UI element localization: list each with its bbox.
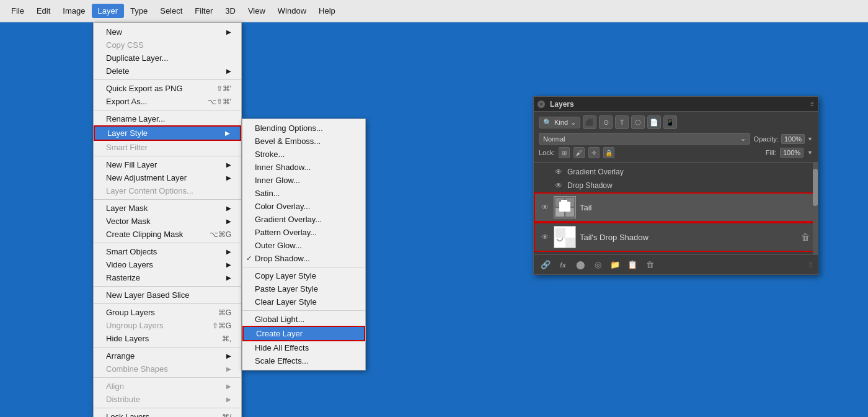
- menu-row-video-layers[interactable]: Video Layers ▶: [94, 258, 241, 271]
- menu-row-scale-effects[interactable]: Scale Effects...: [242, 354, 365, 367]
- menu-row-vector-mask[interactable]: Vector Mask ▶: [94, 215, 241, 228]
- eye-icon-tail[interactable]: 👁: [540, 202, 550, 212]
- filter-icon-shape[interactable]: ⬡: [631, 115, 645, 129]
- blend-mode-arrow-icon: ⌄: [740, 135, 746, 143]
- new-layer-mask-icon[interactable]: ◎: [591, 258, 604, 272]
- menu-row-clipping-mask[interactable]: Create Clipping Mask ⌥⌘G: [94, 228, 241, 241]
- opacity-value[interactable]: 100%: [781, 134, 805, 144]
- delete-layer-icon[interactable]: 🗑: [799, 231, 812, 243]
- menu-3d[interactable]: 3D: [219, 4, 242, 18]
- lock-brush-icon[interactable]: 🖌: [574, 147, 585, 158]
- blend-mode-select[interactable]: Normal ⌄: [539, 133, 750, 145]
- menu-row-clear-layer-style[interactable]: Clear Layer Style: [242, 295, 365, 308]
- layer-row-tail[interactable]: 👁 Tail: [534, 192, 818, 222]
- menu-row-color-overlay[interactable]: Color Overlay...: [242, 200, 365, 213]
- menu-row-layer-style[interactable]: Layer Style ▶: [94, 125, 241, 141]
- menu-row-blending-options[interactable]: Blending Options...: [242, 122, 365, 135]
- separator: [94, 243, 241, 243]
- menu-row-layer-mask[interactable]: Layer Mask ▶: [94, 202, 241, 215]
- menu-layer[interactable]: Layer: [92, 4, 125, 18]
- menu-help[interactable]: Help: [312, 4, 342, 18]
- arrow-icon: ▶: [226, 68, 231, 74]
- menu-row-gradient-overlay[interactable]: Gradient Overlay...: [242, 213, 365, 226]
- filter-icon-pixel[interactable]: ⬛: [583, 115, 596, 129]
- arrow-icon: ▶: [225, 130, 230, 137]
- new-layer-icon[interactable]: 📋: [626, 258, 639, 272]
- menu-row-drop-shadow[interactable]: ✓ Drop Shadow...: [242, 252, 365, 265]
- opacity-row: Opacity: 100% ▼: [754, 134, 813, 144]
- menu-row-create-layer[interactable]: Create Layer: [242, 326, 365, 341]
- menu-view[interactable]: View: [242, 4, 272, 18]
- menu-row-bevel-emboss[interactable]: Bevel & Emboss...: [242, 135, 365, 148]
- close-button[interactable]: ✕: [538, 101, 545, 108]
- menu-row-hide-layers[interactable]: Hide Layers ⌘,: [94, 332, 241, 345]
- new-fill-adjustment-icon[interactable]: ⬤: [574, 258, 587, 272]
- menu-row-smart-objects[interactable]: Smart Objects ▶: [94, 245, 241, 258]
- layers-footer: 🔗 fx ⬤ ◎ 📁 📋 🗑 ⣿: [534, 254, 818, 274]
- lock-checkerboard-icon[interactable]: ⊞: [559, 147, 570, 158]
- arrow-icon: ▶: [226, 205, 231, 212]
- filter-icon-adjust[interactable]: ⊙: [599, 115, 613, 129]
- filter-icon-type[interactable]: T: [615, 115, 629, 129]
- menu-row-pattern-overlay[interactable]: Pattern Overlay...: [242, 226, 365, 239]
- menu-row-paste-layer-style[interactable]: Paste Layer Style: [242, 282, 365, 295]
- menu-filter[interactable]: Filter: [188, 4, 219, 18]
- lock-padlock-icon[interactable]: 🔒: [603, 147, 614, 158]
- menu-select[interactable]: Select: [154, 4, 188, 18]
- menu-row-lock-layers[interactable]: Lock Layers... ⌘/: [94, 410, 241, 417]
- menu-type[interactable]: Type: [124, 4, 154, 18]
- menu-row-duplicate[interactable]: Duplicate Layer...: [94, 52, 241, 65]
- filter-icon-smart[interactable]: 📄: [647, 115, 661, 129]
- menu-file[interactable]: File: [5, 4, 30, 18]
- fx-icon[interactable]: fx: [556, 258, 570, 272]
- lock-row: Lock: ⊞ 🖌 ✛ 🔒 Fill: 100% ▼: [539, 147, 813, 158]
- collapse-icon[interactable]: ≡: [810, 101, 814, 107]
- filter-icon-phone[interactable]: 📱: [663, 115, 677, 129]
- menu-row-rename[interactable]: Rename Layer...: [94, 112, 241, 125]
- arrow-icon: ▶: [226, 248, 231, 255]
- menu-row-new-slice[interactable]: New Layer Based Slice: [94, 289, 241, 302]
- eye-icon-drop-shadow[interactable]: 👁: [540, 232, 550, 242]
- menu-row-outer-glow[interactable]: Outer Glow...: [242, 239, 365, 252]
- menu-row-new[interactable]: New ▶: [94, 25, 241, 38]
- menu-row-align: Align ▶: [94, 380, 241, 393]
- menu-row-group-layers[interactable]: Group Layers ⌘G: [94, 306, 241, 319]
- layer-thumb-tail: [554, 196, 576, 218]
- filter-row: 🔍 Kind ⌄ ⬛ ⊙ T ⬡ 📄 📱: [539, 115, 813, 129]
- kind-select[interactable]: 🔍 Kind ⌄: [539, 117, 580, 128]
- menu-row-global-light[interactable]: Global Light...: [242, 313, 365, 326]
- menu-row-inner-glow[interactable]: Inner Glow...: [242, 174, 365, 187]
- menu-image[interactable]: Image: [56, 4, 91, 18]
- menu-row-new-fill[interactable]: New Fill Layer ▶: [94, 158, 241, 171]
- scrollbar-track[interactable]: [813, 163, 818, 254]
- svg-rect-11: [565, 238, 575, 248]
- menu-row-copy-layer-style[interactable]: Copy Layer Style: [242, 269, 365, 282]
- menu-edit[interactable]: Edit: [30, 4, 56, 18]
- menu-row-stroke[interactable]: Stroke...: [242, 148, 365, 161]
- menu-row-hide-all-effects[interactable]: Hide All Effects: [242, 341, 365, 354]
- menu-window[interactable]: Window: [272, 4, 312, 18]
- scrollbar-thumb[interactable]: [813, 169, 818, 206]
- separator: [94, 199, 241, 200]
- menu-row-export-as[interactable]: Export As... ⌥⇧⌘': [94, 95, 241, 108]
- lock-move-icon[interactable]: ✛: [588, 147, 600, 158]
- menu-row-rasterize[interactable]: Rasterize ▶: [94, 271, 241, 284]
- fill-value[interactable]: 100%: [780, 148, 804, 158]
- menu-row-satin[interactable]: Satin...: [242, 187, 365, 200]
- arrow-icon: ▶: [226, 365, 231, 372]
- menu-row-quick-export[interactable]: Quick Export as PNG ⇧⌘': [94, 82, 241, 95]
- eye-icon[interactable]: 👁: [554, 167, 564, 177]
- opacity-arrow-icon[interactable]: ▼: [807, 136, 813, 142]
- new-group-icon[interactable]: 📁: [608, 258, 622, 272]
- shortcut-clipping-mask: ⌥⌘G: [210, 230, 231, 239]
- menu-row-inner-shadow[interactable]: Inner Shadow...: [242, 161, 365, 174]
- eye-icon[interactable]: 👁: [554, 181, 564, 191]
- menu-row-new-adjustment[interactable]: New Adjustment Layer ▶: [94, 171, 241, 184]
- link-layers-icon[interactable]: 🔗: [539, 258, 552, 272]
- menu-row-arrange[interactable]: Arrange ▶: [94, 349, 241, 362]
- menu-row-delete[interactable]: Delete ▶: [94, 65, 241, 78]
- fill-arrow-icon[interactable]: ▼: [807, 150, 813, 156]
- layer-row-drop-shadow[interactable]: 👁 Tail's Drop Shadow 🗑: [534, 222, 818, 252]
- layer-thumb-drop-shadow: [554, 226, 576, 248]
- delete-layer-footer-icon[interactable]: 🗑: [643, 258, 657, 272]
